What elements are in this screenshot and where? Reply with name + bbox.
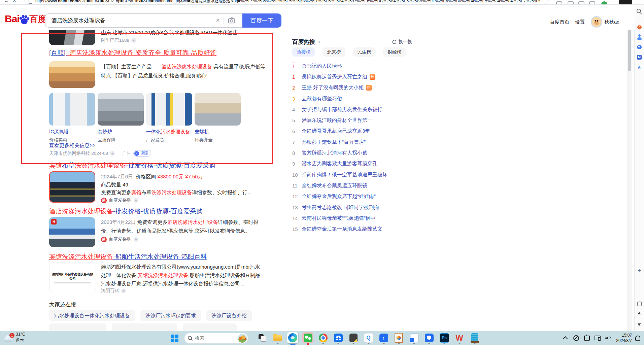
- hot-search-tab[interactable]: 财经榜: [383, 47, 406, 57]
- product-title[interactable]: 焚烧炉: [98, 129, 144, 135]
- chevron-down-icon[interactable]: [110, 151, 115, 156]
- hot-search-item[interactable]: 7 孙颖莎王楚钦拿下“百万票房”: [292, 137, 417, 147]
- chevron-down-icon[interactable]: [131, 38, 136, 43]
- profile-icon[interactable]: [601, 1, 607, 5]
- camera-icon[interactable]: [228, 17, 235, 24]
- hot-search-item[interactable]: 12 全红婵夺金后观众席下起“娃娃雨”: [292, 191, 417, 202]
- toolbar-icon[interactable]: [589, 1, 595, 5]
- related-tag[interactable]: 洗涤厂设备介绍: [206, 310, 252, 321]
- sidebar-plus-icon[interactable]: [636, 268, 642, 274]
- guarantee-badge[interactable]: ✓保障: [133, 150, 151, 157]
- sidebar-shopping-icon[interactable]: [636, 24, 642, 30]
- result-title[interactable]: 宾馆布草洗涤污水处理设备-批发价格-优质货源-百度爱采购: [49, 161, 215, 170]
- notes-icon[interactable]: [348, 332, 359, 343]
- result-snippet[interactable]: 山东 诸城市 ¥1500.00成交8台 污水处理设备 MBR一体化酒店...: [101, 30, 242, 36]
- ad-thumbnail[interactable]: [49, 61, 95, 88]
- pc-manager-icon[interactable]: [423, 332, 435, 343]
- product-card[interactable]: 焚烧炉 品质保障: [98, 93, 144, 143]
- hot-search-tab[interactable]: 热搜榜: [292, 47, 315, 57]
- sidebar-m365-icon[interactable]: [636, 54, 642, 60]
- refresh-control[interactable]: 换一换: [392, 39, 412, 45]
- hot-search-item[interactable]: 6 全红婵哥哥果蔬店已成立近3年: [292, 126, 417, 137]
- hot-search-item[interactable]: 15 全红婵夺金后第一条消息发给陈艺文: [292, 223, 417, 234]
- hot-search-item[interactable]: 总书记的人民情怀: [292, 61, 417, 71]
- nav-settings[interactable]: 设置: [575, 19, 585, 25]
- sidebar-chevron-down-icon[interactable]: [636, 321, 642, 327]
- more-info-link[interactable]: 查看更多相关信息>>: [49, 142, 96, 149]
- hot-search-item[interactable]: 8 警方辟谣河北清河有人拐小孩: [292, 147, 417, 158]
- tray-cast-icon[interactable]: [595, 335, 601, 341]
- hot-search-header[interactable]: 百度热搜 >: [292, 38, 320, 46]
- product-card[interactable]: IC厌氧塔 价格实惠: [49, 93, 95, 143]
- result-title[interactable]: 酒店洗涤污水处理设备-批发价格-优质货源-百度爱采购: [49, 207, 203, 216]
- hot-search-tab[interactable]: 北京榜: [323, 47, 345, 57]
- edge-icon[interactable]: [287, 332, 298, 343]
- tray-chevron-icon[interactable]: [562, 335, 568, 341]
- ad-result-title[interactable]: [百顺] -酒店洗涤废水处理设备-资质齐全-质量可靠-品质好货: [49, 48, 216, 57]
- nav-home[interactable]: 百度首页: [550, 19, 569, 25]
- notification-bell-icon[interactable]: [635, 335, 641, 341]
- back-icon[interactable]: ←: [4, 0, 9, 3]
- hot-search-item[interactable]: 1 吴艳妮奥运首秀进入死亡之组 热: [292, 71, 417, 82]
- sidebar-favorites-icon[interactable]: [636, 64, 642, 70]
- stop-icon[interactable]: ✕: [12, 0, 16, 4]
- page-scrollbar[interactable]: [627, 4, 632, 331]
- product-title[interactable]: IC厌氧塔: [49, 129, 95, 135]
- qq-browser-icon[interactable]: [363, 332, 374, 343]
- product-title[interactable]: 一体化污水处理设备: [146, 129, 192, 135]
- tray-mute-icon[interactable]: [605, 335, 611, 341]
- search-input[interactable]: [51, 16, 207, 25]
- tray-tablet-icon[interactable]: [584, 335, 590, 341]
- related-tag[interactable]: 污水处理设备一体化污水处理设备: [49, 310, 135, 321]
- toolbar-icon[interactable]: [568, 1, 574, 5]
- sidebar-search-icon[interactable]: [636, 8, 642, 14]
- clipboard-icon[interactable]: [393, 332, 404, 343]
- photoshop-icon[interactable]: [439, 332, 450, 343]
- task-view-icon[interactable]: [257, 332, 268, 343]
- sidebar-chat-icon[interactable]: [636, 44, 642, 50]
- toolbar-icon[interactable]: [578, 1, 584, 5]
- product-card[interactable]: 一体化污水处理设备 厂家发货: [146, 93, 192, 143]
- taskbar-clock[interactable]: 15:07 2024/8/7: [616, 333, 632, 343]
- result-thumbnail[interactable]: [49, 30, 95, 45]
- user-name[interactable]: 秋秋ac: [604, 19, 619, 25]
- hot-search-item[interactable]: 9 潜水店为刷客致大量游客耳膜穿孔: [292, 159, 417, 169]
- sidebar-chevron-up-icon[interactable]: [636, 310, 642, 316]
- hot-search-item[interactable]: 3 立秋都有哪些习俗: [292, 93, 417, 104]
- related-tag-placeholder[interactable]: [112, 323, 177, 331]
- store-icon[interactable]: [333, 332, 344, 343]
- result-thumbnail[interactable]: [49, 217, 95, 247]
- tray-blocked-icon[interactable]: [573, 335, 579, 341]
- sidebar-panel-icon[interactable]: [636, 301, 642, 307]
- wechat-icon[interactable]: [302, 332, 313, 343]
- chevron-down-icon[interactable]: [121, 288, 126, 293]
- hot-search-item[interactable]: 14 云南村民称母亲被“气象炮弹”砸中: [292, 213, 417, 223]
- chevron-down-icon[interactable]: [134, 237, 138, 242]
- related-tag[interactable]: 洗涤厂污水环保的要求: [140, 310, 201, 321]
- baidu-logo[interactable]: Bai 百度: [5, 13, 46, 25]
- hot-search-item[interactable]: 4 女子拒与镇干部前男友发生关系被打: [292, 104, 417, 115]
- hot-search-item[interactable]: 10 弹药库殉爆！俄一空军基地遭严重破坏: [292, 169, 417, 180]
- product-card[interactable]: 叠螺机 种类齐全: [195, 93, 241, 143]
- uploader-icon[interactable]: [378, 332, 389, 343]
- clear-icon[interactable]: ×: [216, 16, 220, 24]
- product-title[interactable]: 叠螺机: [195, 129, 241, 135]
- hot-search-item[interactable]: 13 考生高考志愿被改 同班同学被刑拘: [292, 202, 417, 213]
- avatar[interactable]: [591, 16, 602, 28]
- new-doc-icon[interactable]: [408, 332, 419, 343]
- result-title[interactable]: 宾馆洗涤污水处理设备-船舶生活污水处理设备-鸿阳百科: [49, 252, 207, 261]
- chrome-icon[interactable]: [317, 332, 329, 343]
- related-tag-placeholder[interactable]: [49, 323, 106, 331]
- toolbar-icon[interactable]: [556, 1, 562, 5]
- taskbar-weather-widget[interactable]: 1 31°C 多云: [3, 332, 25, 342]
- search-box[interactable]: ×: [45, 13, 243, 28]
- result-thumbnail[interactable]: 潍坊鸿阳环保水处理设备有限公司: [49, 263, 96, 293]
- search-button[interactable]: 百度一下: [242, 13, 281, 28]
- hot-search-tab[interactable]: 民生榜: [353, 47, 376, 57]
- result-thumbnail[interactable]: [49, 171, 95, 203]
- sidebar-contacts-icon[interactable]: [636, 34, 642, 40]
- wps-icon[interactable]: [454, 332, 465, 343]
- ledger-icon[interactable]: [469, 332, 480, 343]
- search-highlight-image[interactable]: [238, 334, 247, 343]
- hot-search-item[interactable]: 11 全红婵发布会戴奥运五环眼镜: [292, 180, 417, 191]
